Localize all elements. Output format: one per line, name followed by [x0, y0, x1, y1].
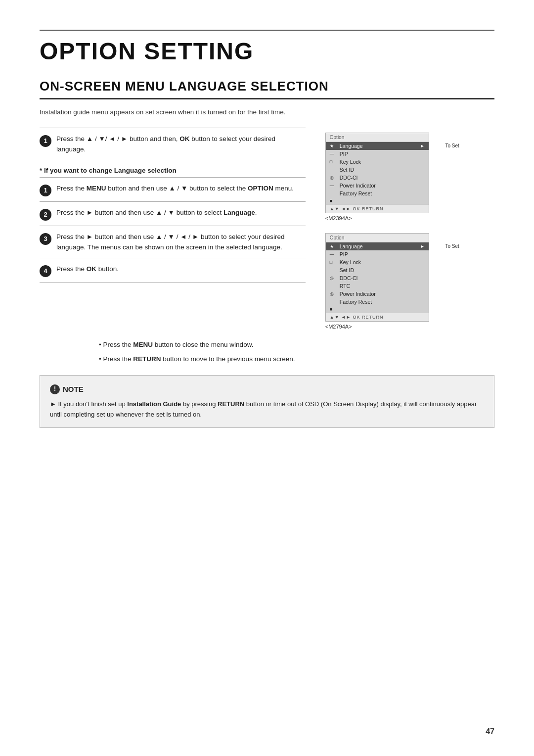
menu1-label-setid: Set ID [340, 167, 354, 173]
menu1-icon-ddcci: ◎ [330, 175, 338, 180]
menu2-item-powerind: ◎ Power Indicator [326, 290, 429, 298]
menu2-icon-extra: ■ [330, 307, 338, 312]
change-lang-title: * If you want to change Language selecti… [40, 167, 306, 174]
bullet-points-area: • Press the MENU button to close the men… [99, 339, 494, 365]
left-column: 1 Press the ▲ / ▼/ ◄ / ► button and then… [40, 128, 306, 330]
menu2-icon-pip: — [330, 252, 338, 257]
step-change-1-text: Press the MENU button and then use ▲ / ▼… [56, 184, 306, 194]
step-change-num-1: 1 [40, 185, 51, 196]
menu2-item-pip: — PIP [326, 250, 429, 258]
menu2-label-ddcci: DDC-CI [340, 275, 358, 281]
menu1-to-set: To Set [445, 143, 459, 148]
note-section: ! NOTE ► If you don't finish set up Inst… [40, 375, 494, 428]
menu2-label-pip: PIP [340, 251, 348, 257]
menu2-label-setid: Set ID [340, 267, 354, 273]
menu1-item-keylock: □ Key Lock [326, 158, 429, 166]
step-change-2-text: Press the ► button and then use ▲ / ▼ bu… [56, 208, 306, 218]
menu1-header: Option [326, 133, 429, 142]
menu1-icon-powerind: — [330, 183, 338, 188]
menu2-label-language: Language [340, 243, 363, 249]
step-change-1: 1 Press the MENU button and then use ▲ /… [40, 177, 306, 201]
menu1-body: ★ Language ► To Set — PIP □ Key Lock [326, 142, 429, 204]
step-1-text: Press the ▲ / ▼/ ◄ / ► button and then, … [56, 134, 306, 155]
section-title: ON-SCREEN MENU LANGUAGE SELECTION [40, 79, 494, 99]
note-text: ► If you don't finish set up Installatio… [50, 399, 484, 420]
page-number: 47 [486, 727, 494, 736]
step-change-3: 3 Press the ► button and then use ▲ / ▼ … [40, 226, 306, 258]
menu1-label-language: Language [340, 143, 363, 149]
step-num-1: 1 [40, 135, 51, 147]
menu2-footer: ▲▼ ◄► OK RETURN [326, 313, 429, 321]
bullet-2: • Press the RETURN button to move to the… [99, 354, 494, 365]
menu2-diagram: Option ★ Language ► To Set — PIP □ Key L [325, 233, 429, 322]
install-note: Installation guide menu appears on set s… [40, 108, 494, 116]
menu1-label-ddcci: DDC-CI [340, 175, 358, 181]
note-icon: ! [50, 384, 60, 394]
menu2-item-ddcci: ◎ DDC-CI [326, 274, 429, 282]
menu2-label-powerind: Power Indicator [340, 291, 376, 297]
bullet-1: • Press the MENU button to close the men… [99, 339, 494, 351]
menu2-wrapper: Option ★ Language ► To Set — PIP □ Key L [325, 233, 494, 330]
menu2-label-rtc: RTC [340, 283, 350, 289]
menu2-item-extra: ■ [326, 306, 429, 313]
menu2-arrow-language: ► [420, 244, 425, 249]
menu2-item-keylock: □ Key Lock [326, 258, 429, 266]
menu2-icon-language: ★ [330, 244, 338, 249]
menu2-model: <M2794A> [325, 324, 352, 330]
menu2-body: ★ Language ► To Set — PIP □ Key Lock [326, 242, 429, 313]
menu1-diagram: Option ★ Language ► To Set — PIP □ Key L [325, 133, 429, 213]
note-title: ! NOTE [50, 383, 484, 395]
step-change-num-4: 4 [40, 265, 51, 277]
step-change-num-3: 3 [40, 233, 51, 245]
menu2-label-keylock: Key Lock [340, 259, 361, 265]
step-change-3-text: Press the ► button and then use ▲ / ▼ / … [56, 232, 306, 253]
menu1-wrapper: Option ★ Language ► To Set — PIP □ Key L [325, 133, 494, 221]
menu1-item-setid: Set ID [326, 166, 429, 174]
page-title: OPTION SETTING [40, 38, 494, 65]
menu1-item-extra: ■ [326, 197, 429, 204]
menu2-icon-powerind: ◎ [330, 291, 338, 296]
menu1-item-language: ★ Language ► To Set [326, 142, 429, 150]
menu2-label-factoryreset: Factory Reset [340, 299, 372, 305]
menu1-model: <M2394A> [325, 215, 352, 221]
menu2-to-set: To Set [445, 243, 459, 249]
step-change-num-2: 2 [40, 209, 51, 221]
step-change-4: 4 Press the OK button. [40, 258, 306, 283]
menu2-icon-keylock: □ [330, 260, 338, 265]
content-area: 1 Press the ▲ / ▼/ ◄ / ► button and then… [40, 128, 494, 330]
step-1-main: 1 Press the ▲ / ▼/ ◄ / ► button and then… [40, 128, 306, 160]
step-change-4-text: Press the OK button. [56, 264, 306, 275]
menu2-item-factoryreset: Factory Reset [326, 298, 429, 306]
menu1-item-pip: — PIP [326, 150, 429, 158]
menu1-label-pip: PIP [340, 151, 348, 157]
menu1-label-powerind: Power Indicator [340, 183, 376, 189]
menu2-item-setid: Set ID [326, 266, 429, 274]
menu1-arrow-language: ► [420, 143, 425, 148]
menu1-item-factoryreset: Factory Reset [326, 189, 429, 197]
menu1-icon-language: ★ [330, 143, 338, 148]
menu1-item-ddcci: ◎ DDC-CI [326, 174, 429, 182]
menu2-header: Option [326, 234, 429, 242]
menu1-item-powerind: — Power Indicator [326, 182, 429, 189]
note-label: NOTE [63, 383, 84, 395]
menu2-icon-ddcci: ◎ [330, 276, 338, 281]
menu1-label-keylock: Key Lock [340, 159, 361, 165]
menu1-icon-pip: — [330, 151, 338, 156]
menu2-item-rtc: RTC [326, 282, 429, 290]
menu2-item-language: ★ Language ► To Set [326, 242, 429, 250]
step-change-2: 2 Press the ► button and then use ▲ / ▼ … [40, 201, 306, 226]
menu1-icon-extra: ■ [330, 198, 338, 203]
menu1-footer: ▲▼ ◄► OK RETURN [326, 204, 429, 213]
menu1-icon-keylock: □ [330, 159, 338, 164]
right-column: Option ★ Language ► To Set — PIP □ Key L [325, 128, 494, 330]
menu1-label-factoryreset: Factory Reset [340, 190, 372, 196]
